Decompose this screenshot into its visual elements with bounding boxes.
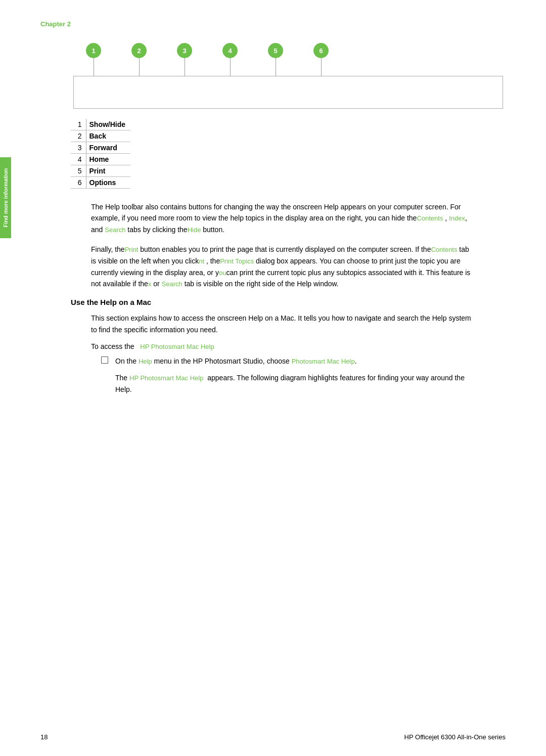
side-tab: Find more information [0, 157, 11, 238]
table-row: 5 Print [71, 165, 130, 177]
contents-link-2[interactable]: Contents [431, 246, 457, 253]
table-row: 2 Back [71, 130, 130, 142]
body-p2-text4: , the [204, 257, 220, 265]
body-p1-text2: tabs by clicking the [125, 226, 187, 234]
circle-col-5: 5 [268, 43, 283, 76]
row-num-6: 6 [71, 177, 86, 189]
bullet-text-before: On the [115, 357, 139, 365]
vert-line-4 [230, 58, 231, 76]
to-access-prefix: To access the [91, 342, 140, 350]
row-label-6: Options [86, 177, 130, 189]
print-topics-link[interactable]: Print Topics [220, 257, 254, 265]
product-name: HP Officejet 6300 All-in-One series [404, 733, 506, 741]
search-link-2[interactable]: Search [162, 280, 183, 288]
bullet-checkbox [101, 357, 108, 364]
table-row: 3 Forward [71, 142, 130, 154]
side-tab-wrapper: Find more information [0, 152, 11, 233]
row-label-4: Home [86, 154, 130, 165]
body-p2-text8: tab is visible on the right side of the … [183, 280, 339, 288]
body-p2-text1: Finally, the [91, 245, 125, 253]
bullet-text-end: . [355, 357, 357, 365]
subtext-paragraph: This section explains how to access the … [91, 313, 475, 335]
help-link[interactable]: Help [139, 358, 152, 365]
footer: 18 HP Officejet 6300 All-in-One series [40, 733, 506, 741]
circle-1: 1 [86, 43, 101, 58]
row-num-4: 4 [71, 154, 86, 165]
nt-link[interactable]: nt [199, 257, 204, 265]
photosmart-mac-help-link[interactable]: Photosmart Mac Help [292, 358, 355, 365]
indented-paragraph: The HP Photosmart Mac Help appears. The … [115, 372, 475, 395]
bullet-item: On the Help menu in the HP Photosmart St… [101, 355, 475, 367]
circle-col-6: 6 [313, 43, 329, 76]
to-access-line: To access the HP Photosmart Mac Help [91, 342, 506, 350]
section-heading: Use the Help on a Mac [71, 298, 506, 306]
vert-line-3 [185, 58, 185, 76]
circle-5: 5 [268, 43, 283, 58]
circle-col-2: 2 [131, 43, 147, 76]
hp-photosmart-mac-help-link-1[interactable]: HP Photosmart Mac Help [140, 343, 214, 350]
contents-link-1[interactable]: Contents [417, 214, 443, 222]
chapter-heading: Chapter 2 [40, 20, 506, 28]
circle-3: 3 [177, 43, 192, 58]
ou-link[interactable]: ou [219, 269, 226, 277]
vert-line-2 [139, 58, 140, 76]
bullet-text: On the Help menu in the HP Photosmart St… [115, 355, 475, 367]
row-num-3: 3 [71, 142, 86, 154]
table-row: 4 Home [71, 154, 130, 165]
row-label-2: Back [86, 130, 130, 142]
body-p1-text1: The Help toolbar also contains buttons f… [91, 203, 461, 222]
circle-4: 4 [222, 43, 238, 58]
bullet-text-mid: menu in the HP Photosmart Studio, choose [152, 357, 292, 365]
row-label-1: Show/Hide [86, 119, 130, 130]
diagram-wrapper: 1 2 3 4 5 [71, 43, 506, 109]
table-row: 1 Show/Hide [71, 119, 130, 130]
toolbar-box [73, 76, 503, 109]
body-p1-text3: button. [201, 226, 224, 234]
search-link-1[interactable]: Search [105, 226, 125, 234]
hide-link[interactable]: Hide [188, 226, 201, 234]
vert-line-6 [321, 58, 322, 76]
body-p2-text7: or [151, 280, 161, 288]
circle-2: 2 [131, 43, 147, 58]
body-paragraph-1: The Help toolbar also contains buttons f… [91, 201, 475, 236]
row-label-5: Print [86, 165, 130, 177]
row-label-3: Forward [86, 142, 130, 154]
indented-before: The [115, 374, 129, 382]
body-paragraph-2: Finally, thePrint button enables you to … [91, 244, 475, 290]
row-num-2: 2 [71, 130, 86, 142]
page-number: 18 [40, 733, 48, 741]
print-link-1[interactable]: Print [125, 246, 139, 253]
body-p1-comma: , [443, 214, 449, 222]
circle-col-4: 4 [222, 43, 238, 76]
circle-6: 6 [313, 43, 329, 58]
row-num-5: 5 [71, 165, 86, 177]
index-link[interactable]: Index [449, 214, 465, 222]
row-num-1: 1 [71, 119, 86, 130]
vert-line-1 [94, 58, 94, 76]
table-row: 6 Options [71, 177, 130, 189]
hp-photosmart-mac-help-link-2[interactable]: HP Photosmart Mac Help [129, 374, 203, 382]
page-container: Find more information Chapter 2 1 2 3 [0, 0, 546, 756]
vert-line-5 [276, 58, 276, 76]
body-p2-text2: button enables you to print the page tha… [138, 245, 431, 253]
circle-col-1: 1 [86, 43, 101, 76]
circle-col-3: 3 [177, 43, 192, 76]
number-table: 1 Show/Hide 2 Back 3 Forward 4 Home 5 Pr… [71, 119, 130, 189]
